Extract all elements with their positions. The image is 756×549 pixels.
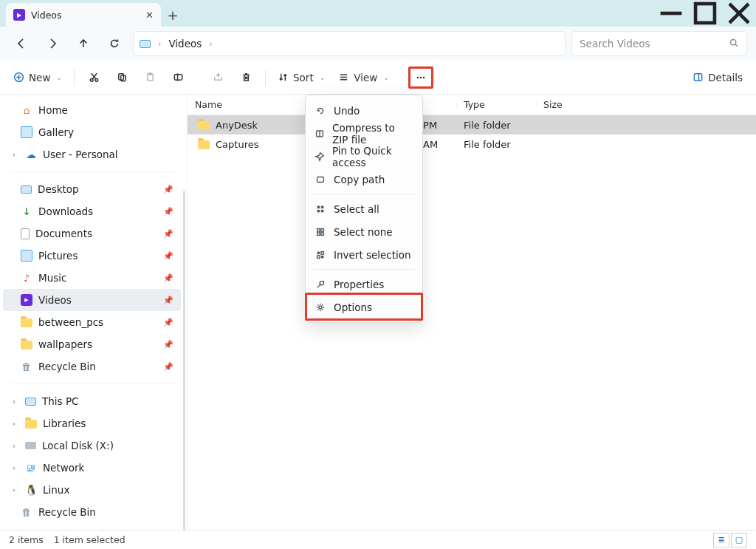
- more-button[interactable]: [408, 67, 433, 89]
- details-view-button[interactable]: ≣: [713, 533, 729, 548]
- desktop-icon: [21, 185, 32, 194]
- sidebar-item-gallery[interactable]: Gallery: [3, 121, 181, 143]
- refresh-button[interactable]: [102, 31, 127, 56]
- tab-videos[interactable]: Videos ✕: [6, 3, 161, 27]
- menu-properties[interactable]: Properties: [309, 273, 419, 296]
- menu-select-all[interactable]: Select all: [309, 197, 419, 220]
- column-size[interactable]: Size: [536, 99, 589, 110]
- svg-point-24: [423, 76, 425, 78]
- folder-icon: [21, 318, 32, 327]
- sidebar-item-libraries[interactable]: ›Libraries: [3, 412, 181, 434]
- sidebar-item-label: Network: [43, 462, 84, 474]
- sidebar-separator: [12, 171, 178, 172]
- tab-close-button[interactable]: ✕: [145, 10, 154, 21]
- pin-icon: 📌: [163, 340, 173, 349]
- svg-rect-32: [317, 209, 320, 212]
- menu-label: Properties: [334, 279, 384, 290]
- home-icon: ⌂: [21, 104, 32, 116]
- forward-button[interactable]: [40, 31, 65, 56]
- menu-select-none[interactable]: Select none: [309, 220, 419, 243]
- svg-rect-35: [321, 228, 324, 231]
- sidebar-item-linux[interactable]: ›🐧Linux: [3, 479, 181, 501]
- menu-copy-path[interactable]: Copy path: [309, 168, 419, 191]
- sidebar-item-label: Linux: [43, 484, 69, 496]
- sidebar-item-label: Libraries: [43, 417, 86, 429]
- sidebar-item-wallpapers[interactable]: wallpapers📌: [3, 333, 181, 355]
- file-type: File folder: [456, 139, 536, 150]
- menu-options[interactable]: Options: [309, 296, 419, 318]
- toolbar: New ⌄ Sort ⌄ View ⌄ Details: [0, 61, 756, 95]
- sidebar-item-label: Gallery: [38, 126, 74, 138]
- sidebar-item-recycle-bin[interactable]: 🗑Recycle Bin📌: [3, 355, 181, 378]
- search-input[interactable]: Search Videos: [571, 31, 747, 56]
- sidebar-item-desktop[interactable]: Desktop📌: [3, 178, 181, 200]
- breadcrumb[interactable]: › Videos ›: [133, 31, 566, 56]
- cut-button[interactable]: [80, 65, 107, 90]
- sidebar-item-recycle-bin-2[interactable]: 🗑Recycle Bin: [3, 501, 181, 523]
- icons-view-button[interactable]: ▢: [731, 533, 747, 548]
- svg-rect-1: [695, 4, 715, 23]
- svg-point-42: [319, 305, 322, 308]
- up-button[interactable]: [71, 31, 96, 56]
- sidebar-item-documents[interactable]: Documents📌: [3, 222, 181, 245]
- svg-rect-29: [317, 177, 324, 182]
- pin-icon: 📌: [163, 207, 173, 216]
- videos-icon: [21, 294, 32, 306]
- sidebar-item-label: Local Disk (X:): [42, 440, 114, 451]
- window-controls: [654, 0, 756, 27]
- pin-icon: 📌: [163, 251, 173, 261]
- sidebar-item-home[interactable]: ⌂Home: [3, 99, 181, 121]
- sidebar-item-videos[interactable]: Videos📌: [3, 289, 181, 311]
- menu-label: Pin to Quick access: [332, 145, 413, 168]
- share-button[interactable]: [205, 65, 231, 90]
- menu-pin[interactable]: Pin to Quick access: [309, 145, 419, 168]
- file-row[interactable]: AnyDesk :14 PM File folder: [188, 115, 756, 134]
- selectall-icon: [315, 203, 326, 215]
- svg-rect-41: [321, 255, 324, 258]
- menu-invert-selection[interactable]: Invert selection: [309, 243, 419, 266]
- minimize-button[interactable]: [654, 0, 688, 27]
- search-icon: [729, 38, 739, 50]
- file-name: AnyDesk: [216, 120, 258, 131]
- back-button[interactable]: [9, 31, 34, 56]
- svg-point-4: [730, 39, 735, 44]
- new-button[interactable]: New ⌄: [7, 65, 68, 90]
- details-label: Details: [708, 72, 743, 83]
- maximize-button[interactable]: [688, 0, 722, 27]
- sidebar-separator: [12, 383, 178, 384]
- onedrive-icon: ☁: [25, 149, 37, 160]
- sidebar-item-label: Music: [38, 272, 66, 284]
- menu-compress[interactable]: Compress to ZIP file: [309, 122, 419, 145]
- copy-button[interactable]: [109, 65, 135, 90]
- view-button[interactable]: View ⌄: [332, 65, 395, 90]
- svg-rect-17: [174, 75, 182, 81]
- sidebar-item-pictures[interactable]: Pictures📌: [3, 245, 181, 267]
- sidebar-item-this-pc[interactable]: ›This PC: [3, 390, 181, 412]
- sidebar-item-label: Recycle Bin: [38, 361, 96, 372]
- delete-button[interactable]: [233, 65, 259, 90]
- sidebar-item-user[interactable]: ›☁User - Personal: [3, 143, 181, 166]
- sidebar-item-label: Videos: [38, 294, 72, 306]
- close-button[interactable]: [722, 0, 756, 27]
- menu-undo[interactable]: Undo: [309, 99, 419, 122]
- selectnone-icon: [315, 226, 326, 238]
- svg-rect-25: [695, 74, 702, 81]
- pin-icon: [315, 151, 325, 163]
- column-type[interactable]: Type: [456, 99, 536, 110]
- sidebar-item-downloads[interactable]: ↓Downloads📌: [3, 200, 181, 222]
- menu-label: Options: [334, 301, 372, 313]
- sidebar-item-local-disk[interactable]: ›Local Disk (X:): [3, 434, 181, 457]
- rename-button[interactable]: [165, 65, 191, 90]
- details-pane-button[interactable]: Details: [687, 65, 749, 90]
- sort-button[interactable]: Sort ⌄: [272, 65, 331, 90]
- sidebar-item-music[interactable]: ♪Music📌: [3, 267, 181, 289]
- sidebar-item-network[interactable]: ›🖳Network: [3, 457, 181, 479]
- file-row[interactable]: Captures :48 AM File folder: [188, 134, 756, 154]
- zip-icon: [315, 128, 325, 140]
- sidebar-item-between-pcs[interactable]: between_pcs📌: [3, 311, 181, 333]
- new-tab-button[interactable]: +: [161, 3, 185, 27]
- sidebar-item-label: Pictures: [38, 250, 78, 262]
- svg-rect-40: [317, 255, 320, 258]
- paste-button[interactable]: [137, 65, 163, 90]
- pin-icon: 📌: [163, 273, 173, 283]
